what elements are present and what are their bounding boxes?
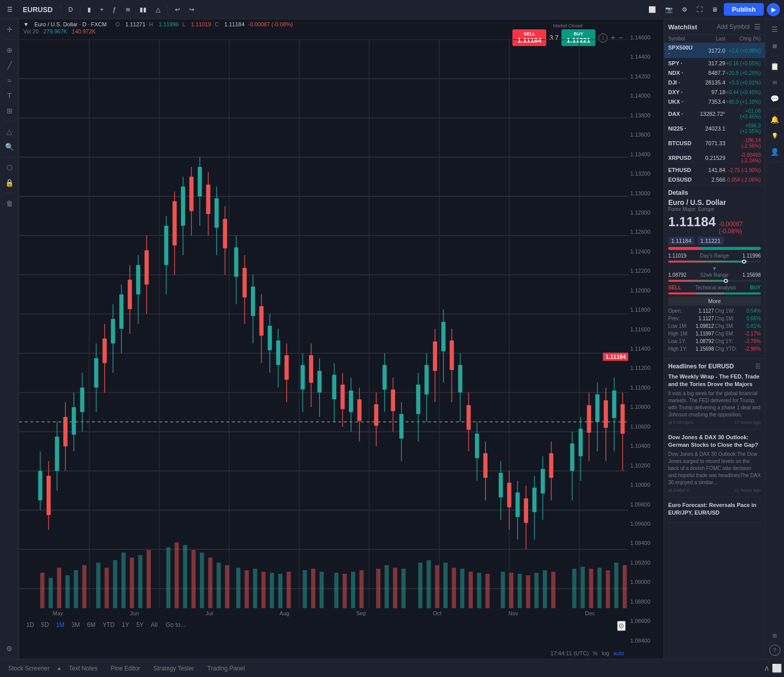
- market-closed: Market Closed: [512, 23, 623, 28]
- watchlist-menu-icon[interactable]: ☰: [754, 23, 761, 31]
- add-symbol-button[interactable]: Add Symbol: [714, 22, 752, 31]
- svg-rect-171: [253, 569, 257, 608]
- tf-1y[interactable]: 1Y: [119, 620, 133, 629]
- stock-screener-dropdown[interactable]: ▲: [57, 665, 62, 671]
- auto-label[interactable]: auto: [614, 650, 624, 656]
- chart-area[interactable]: ▼ Euro / U.S. Dollar · D · FXCM O 1.1127…: [19, 19, 664, 659]
- svg-rect-192: [460, 569, 464, 608]
- tabs-expand-button[interactable]: ⬜: [772, 663, 782, 673]
- tab-strategy-tester[interactable]: Strategy Tester: [147, 663, 200, 674]
- play-button[interactable]: ▶: [767, 3, 780, 16]
- text-tool[interactable]: T: [2, 89, 17, 103]
- stat-prev: Prev: 1.1127: [668, 315, 714, 322]
- measure-tool[interactable]: ⊞: [2, 104, 17, 118]
- svg-rect-157: [121, 553, 125, 608]
- timeframe-button[interactable]: D: [65, 4, 76, 15]
- tab-trading-panel[interactable]: Trading Panel: [201, 663, 251, 674]
- list-item[interactable]: UKX · 7353.4 +80.0 (+1.10%): [664, 97, 765, 107]
- help-panel-button[interactable]: ?: [769, 645, 780, 656]
- tab-pine-editor[interactable]: Pine Editor: [105, 663, 147, 674]
- ideas-panel-button[interactable]: 💡: [767, 129, 782, 143]
- tf-3m[interactable]: 3M: [68, 620, 83, 629]
- svg-rect-49: [145, 250, 149, 285]
- alert-panel-button[interactable]: 🔔: [767, 112, 782, 126]
- replay-button[interactable]: ▮▮: [137, 4, 150, 15]
- settings-button[interactable]: ⚙: [679, 4, 690, 15]
- tabs-collapse-button[interactable]: ∧: [764, 663, 770, 673]
- more-button[interactable]: More: [668, 297, 761, 306]
- wk52-range-bar: [668, 280, 761, 282]
- svg-rect-89: [340, 385, 344, 409]
- watchlist-last: 7071.33: [695, 140, 725, 146]
- watchlist-panel-button[interactable]: ☰: [767, 22, 782, 36]
- lock-tool[interactable]: 🔒: [2, 176, 17, 190]
- alert-button[interactable]: △: [153, 4, 163, 15]
- headlines-menu-icon[interactable]: ☰: [755, 363, 761, 370]
- fib-tool[interactable]: ≈: [2, 73, 17, 88]
- svg-rect-209: [623, 565, 627, 608]
- table-panel-button[interactable]: ⊞: [767, 628, 782, 643]
- tf-5d[interactable]: 5D: [38, 620, 52, 629]
- price-level: 1.10200: [630, 462, 662, 469]
- list-item[interactable]: NDX · 8487.7 +20.8 (+0.25%): [664, 68, 765, 78]
- people-panel-button[interactable]: 👤: [767, 145, 782, 159]
- list-item[interactable]: BTCUSD 7071.33 -186.14 (-2.56%): [664, 136, 765, 151]
- tf-all[interactable]: All: [148, 620, 160, 629]
- symbol-expand[interactable]: ▼: [23, 21, 29, 27]
- log-label[interactable]: log: [602, 650, 609, 656]
- screener-panel-button[interactable]: ▦: [767, 38, 782, 53]
- candlestick-chart[interactable]: [19, 39, 628, 608]
- time-oct: Oct: [433, 610, 442, 616]
- list-item[interactable]: SPY · 317.29 +0.16 (+0.05%): [664, 59, 765, 68]
- calendar-panel-button[interactable]: 📋: [767, 59, 782, 73]
- col-chng-header: Chng (%): [725, 36, 761, 41]
- cursor-tool[interactable]: ✛: [2, 22, 17, 36]
- list-item[interactable]: XRPUSD 0.21529 -0.00493 (-2.24%): [664, 151, 765, 165]
- list-item[interactable]: DAX · 13282.72° +61.08 (+0.46%): [664, 107, 765, 121]
- tf-1d[interactable]: 1D: [23, 620, 37, 629]
- news-item-3[interactable]: Euro Forecast: Reversals Pace in EUR/JPY…: [668, 501, 761, 523]
- compare-button[interactable]: +: [97, 4, 107, 15]
- news-item-1[interactable]: The Weekly Wrap - The FED, Trade and the…: [668, 373, 761, 430]
- percent-label[interactable]: %: [593, 650, 598, 656]
- screenshot-button[interactable]: 🖥: [709, 4, 721, 15]
- pattern-tool[interactable]: △: [2, 124, 17, 139]
- price-level: 1.12200: [630, 268, 662, 274]
- news-item-2[interactable]: Dow Jones & DAX 30 Outlook: German Stock…: [668, 434, 761, 497]
- magnet-tool[interactable]: ⬡: [2, 160, 17, 175]
- goto-button[interactable]: Go to...: [161, 620, 189, 629]
- trash-tool[interactable]: 🗑: [2, 196, 17, 210]
- tab-stock-screener[interactable]: Stock Screener: [2, 663, 56, 674]
- chat-panel-button[interactable]: 💬: [767, 92, 782, 106]
- bar-type-button[interactable]: ▮: [84, 4, 94, 15]
- publish-button[interactable]: Publish: [724, 3, 764, 16]
- stat-chg1w-label: Chg 1W:: [715, 308, 735, 314]
- undo-button[interactable]: ↩: [172, 4, 183, 15]
- list-item[interactable]: DJI · 28135.4 +3.3 (+0.01%): [664, 78, 765, 88]
- list-item[interactable]: SPX500U · 3172.0 +2.6 (+0.08%): [664, 43, 765, 59]
- snapshot-button[interactable]: 📷: [662, 4, 676, 15]
- layout-button[interactable]: ⬜: [645, 4, 659, 15]
- zoom-tool[interactable]: 🔍: [2, 140, 17, 154]
- trendline-tool[interactable]: ╱: [2, 58, 17, 72]
- list-item[interactable]: ETHUSD 141.84 -2.75 (-1.90%): [664, 165, 765, 175]
- list-item[interactable]: NI225 · 24023.1 +598.3 (+2.55%): [664, 121, 765, 136]
- indicator-button[interactable]: ƒ: [110, 4, 119, 15]
- strategy-button[interactable]: ≋: [122, 4, 134, 15]
- tab-text-notes[interactable]: Text Notes: [63, 663, 104, 674]
- tf-ytd[interactable]: YTD: [100, 620, 118, 629]
- tf-1m[interactable]: 1M: [53, 620, 68, 629]
- days-high: 1.11996: [743, 253, 761, 259]
- time-dec: Dec: [585, 610, 595, 616]
- tf-6m[interactable]: 6M: [84, 620, 99, 629]
- crosshair-tool[interactable]: ⊕: [2, 43, 17, 57]
- svg-rect-119: [484, 453, 488, 478]
- menu-button[interactable]: ☰: [4, 4, 16, 15]
- list-item[interactable]: DXY · 97.18 +0.44 (+0.45%): [664, 88, 765, 97]
- fullscreen-button[interactable]: ⛶: [693, 4, 706, 15]
- news-panel-button[interactable]: ✉: [767, 75, 782, 90]
- tf-5y[interactable]: 5Y: [133, 620, 147, 629]
- settings-tool[interactable]: ⚙: [2, 642, 17, 656]
- list-item[interactable]: EOSUSD 2.566 -0.054 (-2.06%): [664, 175, 765, 185]
- redo-button[interactable]: ↪: [186, 4, 197, 15]
